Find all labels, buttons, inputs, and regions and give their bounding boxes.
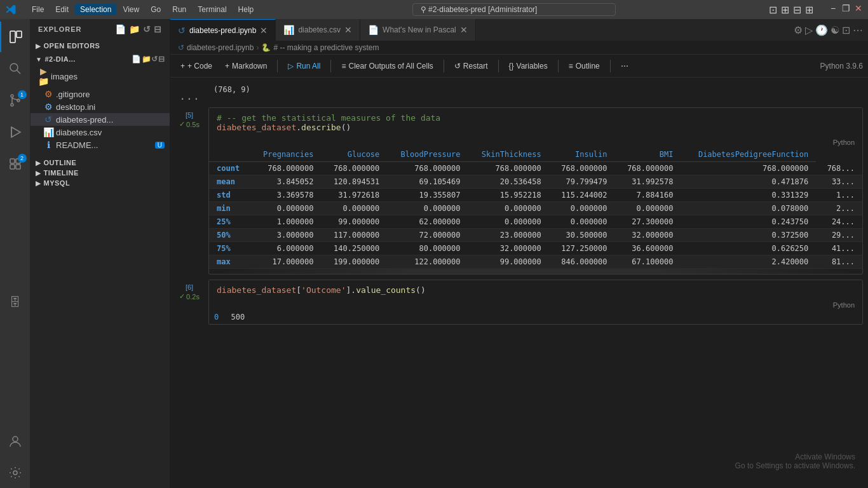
timeline-arrow: ▶	[36, 170, 41, 177]
menu-edit[interactable]: Edit	[50, 4, 74, 15]
activity-database[interactable]: 🗄	[0, 287, 31, 318]
timeline-header[interactable]: ▶ TIMELINE	[31, 168, 170, 178]
table-cell-value: 768.000000	[615, 162, 681, 175]
file-name-csv: diabetes.csv	[56, 128, 102, 137]
close-button[interactable]: ✕	[854, 4, 863, 13]
editor-layout-icon[interactable]: ⊞	[781, 4, 789, 16]
activity-extensions[interactable]: 2	[0, 149, 31, 179]
add-markdown-button[interactable]: + Markdown	[220, 60, 272, 72]
history-icon[interactable]: 🕐	[815, 24, 828, 36]
table-cell-value: 768.000000	[321, 162, 387, 175]
file-readme[interactable]: ℹ README... U	[31, 139, 170, 151]
menu-bar: File Edit Selection View Go Run Terminal…	[27, 4, 259, 15]
restore-button[interactable]: ❐	[841, 4, 850, 13]
watermark-line1: Activate Windows	[735, 452, 855, 461]
add-code-button[interactable]: + + Code	[175, 60, 217, 72]
activity-run[interactable]	[0, 117, 31, 147]
new-file-ws-icon[interactable]: 📄	[132, 55, 142, 64]
table-cell-value: 0.626250	[681, 242, 816, 255]
menu-view[interactable]: View	[118, 4, 144, 15]
table-cell-value: 0.331329	[681, 189, 816, 202]
cell-5-code[interactable]: # -- get the statistical measures of the…	[209, 108, 862, 137]
outline-header[interactable]: ▶ OUTLINE	[31, 158, 170, 168]
th-glucose: Glucose	[321, 147, 387, 162]
cell-6-code[interactable]: diabetes_dataset['Outcome'].value_counts…	[209, 280, 862, 300]
tab-close-csv[interactable]: ✕	[344, 25, 352, 35]
tab-notebook[interactable]: ↺ diabetes-pred.ipynb ✕	[170, 19, 276, 41]
file-diabetes-csv[interactable]: 📊 diabetes.csv	[31, 126, 170, 139]
file-diabetes-pred[interactable]: ↺ diabetes-pred...	[31, 113, 170, 126]
cell-5-comment: # -- get the statistical measures of the…	[217, 113, 855, 123]
menu-go[interactable]: Go	[146, 4, 166, 15]
breadcrumb-file[interactable]: diabetes-pred.ipynb	[187, 43, 254, 52]
table-cell-value: 768...	[816, 162, 862, 175]
activity-source-control[interactable]: 1	[0, 85, 31, 116]
restart-button[interactable]: ↺ Restart	[449, 60, 493, 72]
cell-5-body[interactable]: # -- get the statistical measures of the…	[208, 107, 863, 274]
settings-icon: ⚙	[43, 102, 53, 112]
sidebar: EXPLORER 📄 📁 ↺ ⊟ ▶ OPEN EDITORS ▼ #2-DIA…	[31, 19, 170, 488]
toolbar-separator-3	[444, 60, 444, 72]
refresh-ws-icon[interactable]: ↺	[151, 55, 158, 64]
file-desktop-ini[interactable]: ⚙ desktop.ini	[31, 100, 170, 113]
search-input[interactable]: ⚲ #2-diabetes-pred [Administrator]	[412, 3, 616, 16]
file-name-readme: README...	[56, 140, 98, 150]
activity-search[interactable]	[0, 53, 31, 84]
outline-button[interactable]: ≡ Outline	[564, 60, 605, 72]
th-bmi: BMI	[615, 147, 681, 162]
file-gitignore[interactable]: ⚙ .gitignore	[31, 88, 170, 100]
more-toolbar-button[interactable]: ⋯	[616, 60, 634, 72]
clear-outputs-button[interactable]: ≡ Clear Outputs of All Cells	[336, 60, 438, 72]
svg-point-14	[13, 471, 17, 475]
mysql-header[interactable]: ▶ MYSQL	[31, 178, 170, 188]
collapse-ws-icon[interactable]: ⊟	[158, 55, 165, 64]
minimize-button[interactable]: −	[829, 4, 837, 13]
tab-close-notebook[interactable]: ✕	[260, 25, 268, 36]
collapse-all-icon[interactable]: ⊟	[154, 24, 162, 34]
cell-5-table-container[interactable]: Pregnancies Glucose BloodPressure SkinTh…	[209, 147, 862, 274]
table-cell-value: 7.884160	[615, 189, 681, 202]
run-all-button[interactable]: ▷ Run All	[283, 60, 325, 72]
tab-csv[interactable]: 📊 diabetes.csv ✕	[276, 19, 360, 41]
activity-explorer[interactable]	[0, 22, 31, 52]
activity-accounts[interactable]	[0, 426, 31, 456]
run-notebook-icon[interactable]: ▷	[805, 24, 813, 36]
new-folder-icon[interactable]: 📁	[129, 24, 140, 34]
sidebar-header: EXPLORER 📄 📁 ↺ ⊟	[31, 19, 170, 39]
activity-settings[interactable]	[0, 458, 31, 488]
outline-arrow: ▶	[36, 159, 41, 166]
refresh-icon[interactable]: ↺	[143, 24, 151, 34]
notebook-content[interactable]: ... (768, 9) [5] ✓ 0.5s	[170, 78, 868, 488]
tab-pascal[interactable]: 📄 What's New in Pascal ✕	[360, 19, 476, 41]
grid-layout-icon[interactable]: ⊞	[805, 4, 813, 16]
table-cell-value: 67.100000	[615, 255, 681, 269]
cell-6-body[interactable]: diabetes_dataset['Outcome'].value_counts…	[208, 280, 863, 325]
language-display[interactable]: Python 3.9.6	[820, 62, 863, 71]
more-tabs-icon[interactable]: ⋯	[853, 24, 863, 36]
new-file-icon[interactable]: 📄	[115, 24, 126, 34]
toolbar-separator-2	[330, 60, 331, 72]
menu-run[interactable]: Run	[167, 4, 191, 15]
tab-close-pascal[interactable]: ✕	[460, 25, 468, 35]
menu-selection[interactable]: Selection	[75, 4, 116, 15]
menu-help[interactable]: Help	[233, 4, 259, 15]
menu-terminal[interactable]: Terminal	[193, 4, 231, 15]
panel-layout-icon[interactable]: ⊟	[793, 4, 801, 16]
split-view-icon[interactable]: ⊡	[842, 24, 850, 36]
settings-gear-icon[interactable]: ⚙	[794, 24, 803, 36]
theme-icon[interactable]: ☯	[831, 24, 839, 36]
new-folder-ws-icon[interactable]: 📁	[142, 55, 152, 64]
table-cell-value: 6.000000	[250, 242, 322, 255]
table-scrollbar[interactable]	[217, 269, 855, 274]
table-cell-value: 69.105469	[387, 175, 468, 189]
variables-button[interactable]: {} Variables	[504, 60, 553, 72]
breadcrumb-section[interactable]: # -- making a predictive system	[273, 43, 379, 52]
split-editor-icon[interactable]: ⊡	[769, 4, 777, 16]
workspace-header[interactable]: ▼ #2-DIA... 📄 📁 ↺ ⊟	[31, 53, 170, 65]
folder-images[interactable]: ▶ 📁 images	[31, 65, 170, 88]
tab-label-csv: diabetes.csv	[298, 25, 341, 34]
open-editors-header[interactable]: ▶ OPEN EDITORS	[31, 41, 170, 51]
menu-file[interactable]: File	[27, 4, 49, 15]
table-cell-value: 32.000000	[468, 242, 549, 255]
table-cell-value: 768.000000	[387, 162, 468, 175]
